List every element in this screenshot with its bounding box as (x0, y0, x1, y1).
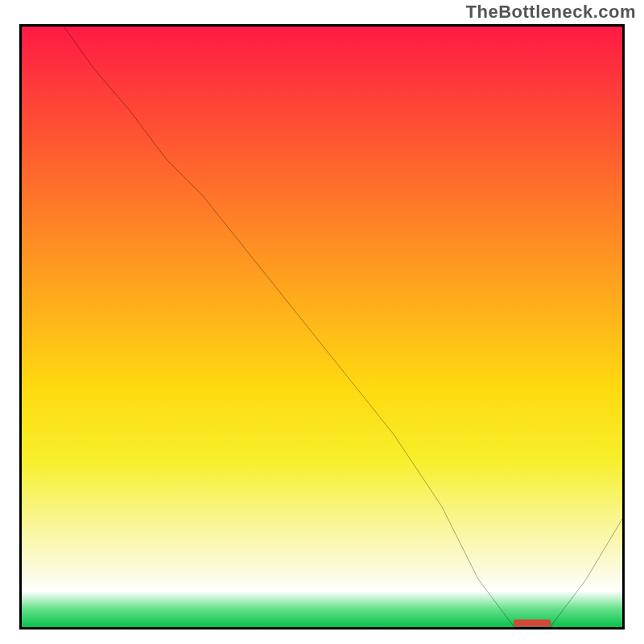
bottleneck-curve (64, 27, 622, 627)
chart-root: TheBottleneck.com OPTIMUM (0, 0, 644, 644)
optimal-marker: OPTIMUM (514, 619, 551, 626)
watermark: TheBottleneck.com (466, 2, 636, 23)
curve-layer (22, 27, 622, 627)
plot-frame: OPTIMUM (19, 24, 625, 630)
